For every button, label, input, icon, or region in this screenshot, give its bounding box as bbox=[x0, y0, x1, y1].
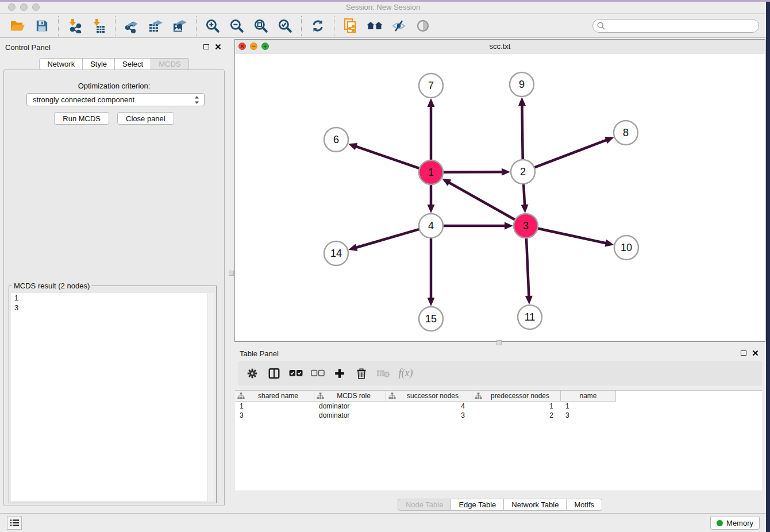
tab-mcds[interactable]: MCDS bbox=[151, 58, 188, 70]
add-column-button[interactable] bbox=[331, 364, 348, 383]
node-label: 10 bbox=[621, 242, 632, 253]
control-panel-title: Control Panel bbox=[5, 43, 51, 52]
tab-select[interactable]: Select bbox=[115, 58, 151, 70]
close-window-button[interactable] bbox=[8, 3, 16, 11]
table-cell: 1 bbox=[561, 402, 616, 411]
export-table-button[interactable] bbox=[146, 16, 165, 36]
mcds-result-title: MCDS result (2 nodes) bbox=[12, 282, 91, 290]
panel-selector-button[interactable] bbox=[7, 516, 22, 530]
network-edge[interactable] bbox=[538, 228, 607, 243]
memory-button[interactable]: Memory bbox=[710, 516, 760, 530]
app-window: Session: New Session bbox=[0, 2, 766, 532]
export-image-button[interactable] bbox=[170, 16, 190, 36]
edge-arrowhead bbox=[428, 205, 435, 213]
edge-arrowhead bbox=[428, 98, 435, 107]
network-edge[interactable] bbox=[522, 105, 522, 160]
column-visibility-button[interactable] bbox=[265, 364, 283, 383]
node-label: 3 bbox=[523, 220, 529, 232]
apply-layout-button[interactable] bbox=[308, 16, 328, 36]
import-table-icon bbox=[91, 18, 106, 33]
network-maximize-button[interactable] bbox=[261, 43, 269, 50]
show-all-networks-button[interactable] bbox=[365, 16, 384, 36]
network-minimize-button[interactable] bbox=[250, 43, 257, 50]
zoom-selected-button[interactable] bbox=[275, 16, 295, 36]
function-builder-button[interactable]: f(x) bbox=[396, 364, 414, 383]
eye-icon bbox=[415, 19, 430, 33]
zoom-out-button[interactable] bbox=[227, 16, 247, 36]
node-label: 9 bbox=[519, 79, 525, 90]
maximize-window-button[interactable] bbox=[32, 3, 40, 11]
import-network-button[interactable] bbox=[65, 16, 84, 36]
node-table[interactable]: shared name MCDS role successor nodes bbox=[235, 390, 762, 491]
column-header-mcds-role[interactable]: MCDS role bbox=[314, 391, 386, 402]
delete-table-button[interactable] bbox=[375, 364, 392, 383]
trash-icon bbox=[356, 367, 367, 380]
control-panel-tabs: Network Style Select MCDS bbox=[0, 58, 228, 70]
column-header-successor-nodes[interactable]: successor nodes bbox=[386, 391, 472, 402]
zoom-fit-button[interactable] bbox=[251, 16, 271, 36]
network-close-button[interactable] bbox=[238, 43, 246, 50]
open-file-button[interactable] bbox=[8, 16, 28, 36]
network-edge[interactable] bbox=[534, 140, 607, 167]
toolbar-separator bbox=[115, 16, 116, 36]
mcds-result-group: MCDS result (2 nodes) 1 3 bbox=[9, 286, 217, 503]
table-options-button[interactable] bbox=[244, 364, 261, 383]
column-header-predecessor-nodes[interactable]: predecessor nodes bbox=[472, 391, 561, 402]
tab-edge-table[interactable]: Edge Table bbox=[451, 499, 504, 511]
search-field[interactable] bbox=[592, 19, 759, 33]
edge-arrowhead bbox=[505, 222, 513, 230]
network-edge[interactable] bbox=[443, 172, 503, 172]
export-network-button[interactable] bbox=[122, 16, 141, 36]
hide-selected-button[interactable] bbox=[389, 16, 409, 36]
hierarchy-icon bbox=[388, 392, 396, 399]
mcds-result-list[interactable]: 1 3 bbox=[11, 293, 214, 501]
list-icon bbox=[10, 519, 19, 527]
zoom-in-button[interactable] bbox=[203, 16, 222, 36]
table-row[interactable]: 1dominator411 bbox=[235, 402, 762, 411]
run-mcds-button[interactable]: Run MCDS bbox=[54, 112, 109, 125]
float-panel-icon[interactable] bbox=[741, 350, 746, 356]
network-window-titlebar[interactable]: scc.txt bbox=[235, 40, 765, 53]
column-header-name[interactable]: name bbox=[561, 391, 616, 402]
clone-network-button[interactable] bbox=[341, 16, 360, 36]
select-all-button[interactable] bbox=[287, 364, 305, 383]
edge-arrowhead bbox=[428, 298, 435, 306]
import-table-button[interactable] bbox=[89, 16, 109, 36]
horizontal-splitter-handle[interactable] bbox=[496, 340, 502, 345]
float-panel-icon[interactable] bbox=[203, 44, 209, 49]
network-edge[interactable] bbox=[355, 146, 419, 168]
minimize-window-button[interactable] bbox=[20, 3, 28, 11]
node-label: 7 bbox=[428, 80, 434, 91]
table-cell: 3 bbox=[235, 411, 314, 420]
node-label: 15 bbox=[425, 313, 437, 325]
tab-motifs[interactable]: Motifs bbox=[567, 499, 602, 511]
unchecked-boxes-icon bbox=[311, 369, 325, 377]
tab-style[interactable]: Style bbox=[83, 58, 115, 70]
criterion-dropdown[interactable]: strongly connected component bbox=[26, 93, 205, 106]
network-edge[interactable] bbox=[526, 238, 529, 297]
close-panel-icon[interactable] bbox=[215, 44, 221, 50]
network-canvas[interactable]: 1234678910111415 bbox=[235, 53, 765, 341]
tab-network[interactable]: Network bbox=[39, 58, 83, 70]
search-input[interactable] bbox=[608, 22, 752, 30]
result-scrollbar[interactable] bbox=[207, 293, 214, 501]
close-panel-button[interactable]: Close panel bbox=[117, 112, 174, 125]
network-edge[interactable] bbox=[356, 229, 419, 248]
table-row[interactable]: 3dominator323 bbox=[235, 411, 762, 420]
network-graph[interactable]: 1234678910111415 bbox=[235, 53, 765, 341]
vertical-splitter-handle[interactable] bbox=[229, 271, 234, 276]
save-session-button[interactable] bbox=[32, 16, 52, 36]
table-cell: dominator bbox=[314, 402, 386, 411]
tab-network-table[interactable]: Network Table bbox=[504, 499, 567, 511]
toolbar-separator bbox=[334, 16, 334, 36]
column-header-shared-name[interactable]: shared name bbox=[235, 391, 314, 402]
network-edge[interactable] bbox=[523, 184, 525, 206]
deselect-all-button[interactable] bbox=[309, 364, 326, 383]
show-hidden-button[interactable] bbox=[413, 16, 433, 36]
close-panel-icon[interactable] bbox=[752, 350, 759, 356]
delete-column-button[interactable] bbox=[353, 364, 370, 383]
table-header-row: shared name MCDS role successor nodes bbox=[235, 391, 762, 402]
main-area: Control Panel Network Style Select MCDS … bbox=[0, 39, 766, 513]
network-edge[interactable] bbox=[448, 182, 515, 220]
tab-node-table[interactable]: Node Table bbox=[398, 499, 452, 511]
